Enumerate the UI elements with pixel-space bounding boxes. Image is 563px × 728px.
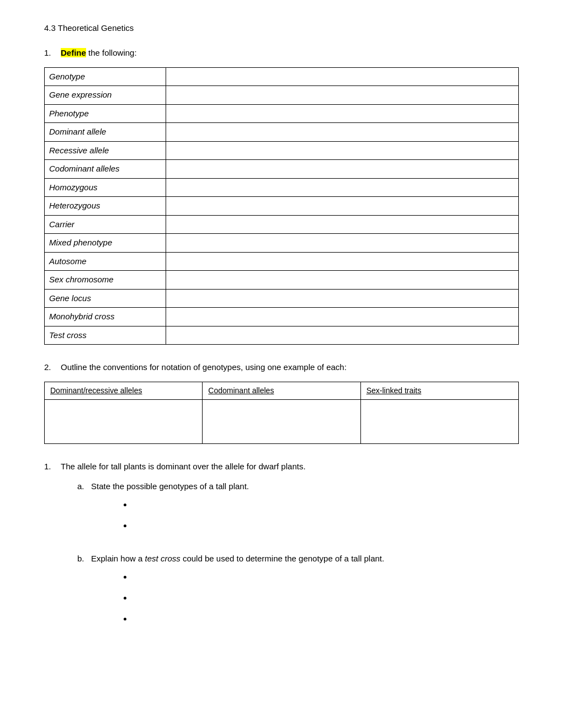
sub-a-letter: a. <box>77 480 91 493</box>
table-row: Test cross <box>45 326 519 345</box>
sub-a-text: State the possible genotypes of a tall p… <box>91 480 249 493</box>
definition-cell <box>166 197 519 216</box>
term-cell: Gene expression <box>45 86 166 105</box>
question-1-label: 1. Define the following: <box>44 47 519 60</box>
bullet-a-2 <box>132 520 519 531</box>
question-1-section: 1. Define the following: GenotypeGene ex… <box>44 47 519 345</box>
notation-col3-label: Sex-linked traits <box>367 386 422 395</box>
term-cell: Recessive allele <box>45 141 166 160</box>
definition-cell <box>166 141 519 160</box>
table-row: Gene expression <box>45 86 519 105</box>
notation-col1-label: Dominant/recessive alleles <box>50 386 142 395</box>
question-2-number: 2. <box>44 361 61 374</box>
definition-cell <box>166 215 519 234</box>
definition-cell <box>166 308 519 326</box>
bullet-b-1 <box>132 571 519 582</box>
notation-col2-label: Codominant alleles <box>208 386 274 395</box>
definition-cell <box>166 86 519 105</box>
sub-question-b: b. Explain how a test cross could be use… <box>77 553 519 624</box>
notation-col-1-content <box>45 399 203 443</box>
question-1-number: 1. <box>44 47 61 60</box>
question-3-label: 1. The allele for tall plants is dominan… <box>44 461 519 473</box>
definition-cell <box>166 289 519 308</box>
term-cell: Dominant allele <box>45 123 166 142</box>
bullet-b-3 <box>132 613 519 624</box>
table-row: Gene locus <box>45 289 519 308</box>
table-row: Phenotype <box>45 104 519 123</box>
definition-cell <box>166 178 519 197</box>
definition-cell <box>166 67 519 86</box>
question-1-text: Define the following: <box>61 47 137 60</box>
bullet-b-2 <box>132 592 519 603</box>
term-cell: Carrier <box>45 215 166 234</box>
term-cell: Homozygous <box>45 178 166 197</box>
notation-col-3-header: Sex-linked traits <box>360 382 518 399</box>
sub-b-label: b. Explain how a test cross could be use… <box>77 553 519 565</box>
sub-b-text-italic: test cross <box>145 554 180 563</box>
table-row: Recessive allele <box>45 141 519 160</box>
question-3-text: The allele for tall plants is dominant o… <box>61 461 306 473</box>
definition-cell <box>166 104 519 123</box>
notation-col-2-content <box>203 399 360 443</box>
bullet-a-1 <box>132 499 519 510</box>
notation-col-3-content <box>360 399 518 443</box>
question-2-text: Outline the conventions for notation of … <box>61 361 347 374</box>
question-1-rest: the following: <box>86 48 137 57</box>
question-3-number: 1. <box>44 461 61 473</box>
table-row: Genotype <box>45 67 519 86</box>
sub-b-text: Explain how a test cross could be used t… <box>91 553 384 565</box>
notation-col-1-header: Dominant/recessive alleles <box>45 382 203 399</box>
sub-question-a: a. State the possible genotypes of a tal… <box>77 480 519 531</box>
notation-header-row: Dominant/recessive alleles Codominant al… <box>45 382 519 399</box>
definition-cell <box>166 234 519 253</box>
question-3-section: 1. The allele for tall plants is dominan… <box>44 461 519 624</box>
define-table: GenotypeGene expressionPhenotypeDominant… <box>44 67 519 345</box>
notation-table: Dominant/recessive alleles Codominant al… <box>44 382 519 444</box>
term-cell: Phenotype <box>45 104 166 123</box>
table-row: Heterozygous <box>45 197 519 216</box>
sub-a-bullets <box>132 499 519 531</box>
term-cell: Gene locus <box>45 289 166 308</box>
term-cell: Genotype <box>45 67 166 86</box>
definition-cell <box>166 271 519 290</box>
table-row: Mixed phenotype <box>45 234 519 253</box>
table-row: Carrier <box>45 215 519 234</box>
page-header: 4.3 Theoretical Genetics <box>44 22 519 35</box>
sub-a-label: a. State the possible genotypes of a tal… <box>77 480 519 493</box>
definition-cell <box>166 252 519 271</box>
sub-b-letter: b. <box>77 553 91 565</box>
definition-cell <box>166 160 519 179</box>
table-row: Codominant alleles <box>45 160 519 179</box>
notation-col-2-header: Codominant alleles <box>203 382 360 399</box>
sub-b-text-post: could be used to determine the genotype … <box>180 554 384 563</box>
notation-content-row <box>45 399 519 443</box>
term-cell: Monohybrid cross <box>45 308 166 326</box>
sub-b-text-pre: Explain how a <box>91 554 145 563</box>
table-row: Monohybrid cross <box>45 308 519 326</box>
table-row: Sex chromosome <box>45 271 519 290</box>
term-cell: Autosome <box>45 252 166 271</box>
header-title: 4.3 Theoretical Genetics <box>44 23 134 33</box>
define-highlight: Define <box>61 48 86 57</box>
definition-cell <box>166 326 519 345</box>
table-row: Homozygous <box>45 178 519 197</box>
term-cell: Test cross <box>45 326 166 345</box>
question-2-section: 2. Outline the conventions for notation … <box>44 361 519 444</box>
definition-cell <box>166 123 519 142</box>
question-2-label: 2. Outline the conventions for notation … <box>44 361 519 374</box>
term-cell: Heterozygous <box>45 197 166 216</box>
term-cell: Mixed phenotype <box>45 234 166 253</box>
table-row: Autosome <box>45 252 519 271</box>
sub-b-bullets <box>132 571 519 624</box>
term-cell: Sex chromosome <box>45 271 166 290</box>
term-cell: Codominant alleles <box>45 160 166 179</box>
table-row: Dominant allele <box>45 123 519 142</box>
